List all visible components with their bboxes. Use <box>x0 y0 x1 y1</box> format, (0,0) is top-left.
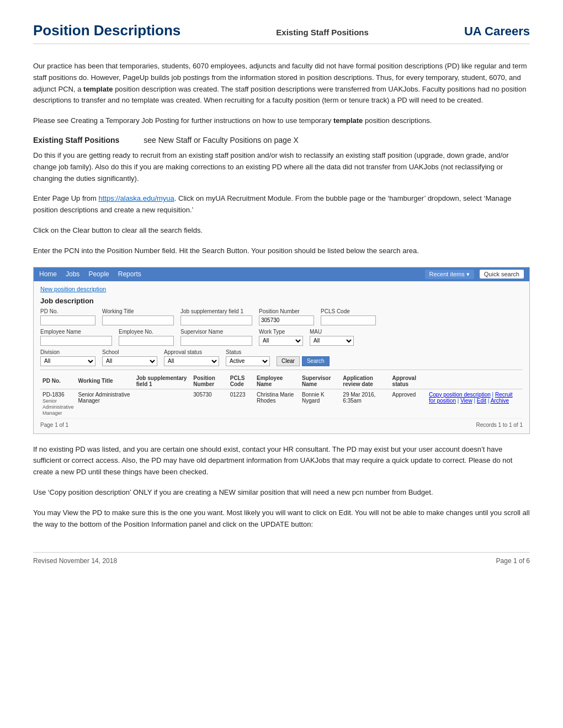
nav-jobs[interactable]: Jobs <box>66 270 79 278</box>
action-edit[interactable]: Edit <box>477 398 486 404</box>
position-number-label: Position Number <box>259 308 314 314</box>
col-approval-status: Approval status <box>390 373 427 389</box>
ui-screenshot: Home Jobs People Reports Recent items ▾ … <box>33 267 530 434</box>
form-row-2: Employee Name Employee No. Supervisor Na… <box>40 329 523 346</box>
job-supp-input[interactable] <box>180 315 252 325</box>
action-view[interactable]: View <box>460 398 472 404</box>
position-number-input[interactable] <box>259 315 314 325</box>
cell-review-date: 29 Mar 2016, 6:35am <box>341 389 390 418</box>
division-select[interactable]: All <box>40 356 95 366</box>
page-subtitle: Existing Staff Positions <box>276 28 369 37</box>
form-row-3: Division All School All Approval status … <box>40 349 523 366</box>
paragraph-8: Use ‘Copy position description’ ONLY if … <box>33 487 530 499</box>
school-select[interactable]: All <box>102 356 157 366</box>
nav-people[interactable]: People <box>88 270 109 278</box>
section-heading2: see New Staff or Faculty Positions on pa… <box>144 136 299 144</box>
col-job-supp: Job supplementary field 1 <box>134 373 192 389</box>
section-heading-text: Existing Staff Positions <box>33 136 119 144</box>
nav-home[interactable]: Home <box>39 270 57 278</box>
nav-reports[interactable]: Reports <box>118 270 141 278</box>
approval-status-label: Approval status <box>164 349 219 355</box>
school-label: School <box>102 349 157 355</box>
working-title-field: Working Title <box>102 308 174 325</box>
form-section-title: Job description <box>40 297 523 305</box>
status-select[interactable]: Active <box>226 356 270 366</box>
paragraph-6: Enter the PCN into the Position Number f… <box>33 245 530 257</box>
new-position-link[interactable]: New position description <box>40 286 523 292</box>
ui-body: New position description Job description… <box>34 281 529 433</box>
p2-end: position descriptions. <box>363 116 432 125</box>
pagination-right: Records 1 to 1 of 1 <box>476 422 523 428</box>
pagination-left: Page 1 of 1 <box>40 422 68 428</box>
supervisor-name-label: Supervisor Name <box>180 329 252 335</box>
division-label: Division <box>40 349 95 355</box>
clear-button[interactable]: Clear <box>277 356 300 366</box>
pd-no-field: PD No. <box>40 308 95 325</box>
ui-topbar: Home Jobs People Reports Recent items ▾ … <box>34 267 529 281</box>
quick-search-input[interactable]: Quick search <box>480 270 524 279</box>
work-type-select[interactable]: All <box>259 336 303 346</box>
cell-approval-status: Approved <box>390 389 427 418</box>
footer-page: Page 1 of 6 <box>496 557 530 565</box>
mau-field: MAU All <box>310 329 354 346</box>
cell-position-number: 305730 <box>191 389 227 418</box>
approval-status-field: Approval status All <box>164 349 219 366</box>
ui-nav: Home Jobs People Reports <box>39 270 141 278</box>
paragraph-1: Our practice has been that temporaries, … <box>33 61 530 106</box>
pcls-code-input[interactable] <box>321 315 376 325</box>
employee-name-input[interactable] <box>40 336 112 346</box>
working-title-small: SeniorAdministrativeManager <box>43 398 74 416</box>
search-button[interactable]: Search <box>302 356 330 366</box>
working-title-input[interactable] <box>102 315 174 325</box>
p2-bold: template <box>333 116 363 125</box>
page-header: Position Descriptions Existing Staff Pos… <box>33 22 530 44</box>
table-row: PD-1836 SeniorAdministrativeManager Seni… <box>40 389 523 418</box>
p4-start: Enter Page Up from <box>33 194 99 202</box>
supervisor-name-input[interactable] <box>180 336 252 346</box>
cell-supervisor-name: Bonnie K Nygard <box>300 389 341 418</box>
pd-no-value: PD-1836 <box>43 392 64 398</box>
division-field: Division All <box>40 349 95 366</box>
col-working-title: Working Title <box>76 373 134 389</box>
page-brand: UA Careers <box>464 24 530 39</box>
paragraph-4: Enter Page Up from https://alaska.edu/my… <box>33 193 530 216</box>
results-table: PD No. Working Title Job supplementary f… <box>40 373 523 419</box>
job-supp-label: Job supplementary field 1 <box>180 308 252 314</box>
col-actions <box>427 373 523 389</box>
pcls-code-field: PCLS Code <box>321 308 376 325</box>
approval-status-select[interactable]: All <box>164 356 219 366</box>
work-type-label: Work Type <box>259 329 303 335</box>
section-heading: Existing Staff Positions see New Staff o… <box>33 136 530 144</box>
col-position-number: Position Number <box>191 373 227 389</box>
page-title: Position Descriptions <box>33 22 180 39</box>
p2-start: Please see Creating a Temporary Job Post… <box>33 116 333 125</box>
cell-pcls-code: 01223 <box>228 389 254 418</box>
mau-label: MAU <box>310 329 354 335</box>
action-copy[interactable]: Copy position description <box>429 392 491 398</box>
employee-name-field: Employee Name <box>40 329 112 346</box>
myua-link[interactable]: https://alaska.edu/myua <box>99 194 174 202</box>
paragraph-5: Click on the Clear button to clear all t… <box>33 225 530 237</box>
mau-select[interactable]: All <box>310 336 354 346</box>
position-number-field: Position Number <box>259 308 314 325</box>
cell-job-supp <box>134 389 192 418</box>
pd-no-input[interactable] <box>40 315 95 325</box>
cell-employee-name: Christina Marie Rhodes <box>254 389 300 418</box>
pd-no-label: PD No. <box>40 308 95 314</box>
recent-items-button[interactable]: Recent items ▾ <box>425 270 474 279</box>
pcls-code-label: PCLS Code <box>321 308 376 314</box>
status-field: Status Active <box>226 349 270 366</box>
supervisor-name-field: Supervisor Name <box>180 329 252 346</box>
school-field: School All <box>102 349 157 366</box>
work-type-field: Work Type All <box>259 329 303 346</box>
paragraph-2: Please see Creating a Temporary Job Post… <box>33 115 530 127</box>
footer-revised: Revised November 14, 2018 <box>33 557 117 565</box>
cell-pd-no: PD-1836 SeniorAdministrativeManager <box>40 389 76 418</box>
employee-name-label: Employee Name <box>40 329 112 335</box>
job-supp-field: Job supplementary field 1 <box>180 308 252 325</box>
action-archive[interactable]: Archive <box>491 398 509 404</box>
col-pd-no: PD No. <box>40 373 76 389</box>
table-header-row: PD No. Working Title Job supplementary f… <box>40 373 523 389</box>
working-title-label: Working Title <box>102 308 174 314</box>
employee-no-input[interactable] <box>119 336 174 346</box>
